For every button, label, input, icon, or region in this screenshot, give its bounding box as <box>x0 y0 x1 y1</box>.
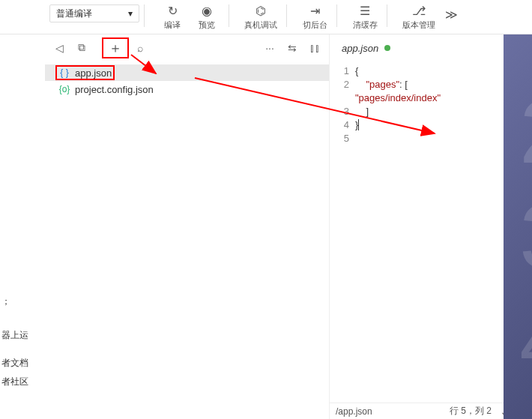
layout-columns-button[interactable]: ⫿⫿ <box>303 37 326 58</box>
file-name: project.config.json <box>75 84 154 95</box>
side-text-fragment: 器上运 <box>1 329 45 342</box>
editor-tab-bar: app.json <box>330 34 532 61</box>
top-toolbar: 普通编译 ▾ ↻ 编译 ◉ 预览 ⌬ 真机调试 ⇥ 切后台 ☰ 清缓存 <box>0 0 532 34</box>
stack-icon: ☰ <box>360 3 370 18</box>
compile-mode-label: 普通编译 <box>56 7 92 20</box>
file-explorer-toolbar: ◁ ⧉ ＋ ⌕ ··· ⇆ ⫿⫿ <box>45 34 329 61</box>
vcs-icon: ⎇ <box>412 3 426 18</box>
search-icon: ⌕ <box>137 42 143 54</box>
editor-status-bar: /app.json 行 5，列 2 JSON <box>330 403 532 419</box>
code-editor-panel: app.json 1 2 3 4 5 { "pages": ["pages/in… <box>330 34 532 419</box>
toolbar-divider <box>286 4 287 27</box>
clear-cache-button[interactable]: ☰ 清缓存 <box>348 3 382 31</box>
left-gutter-panel: ； 器上运 者文档 者社区 <box>0 34 45 419</box>
columns-icon: ⫿⫿ <box>309 42 320 54</box>
bug-icon: ⌬ <box>256 3 266 18</box>
speaker-icon-button[interactable]: ◁ <box>48 37 70 58</box>
toolbar-divider <box>144 4 145 27</box>
file-explorer-panel: ◁ ⧉ ＋ ⌕ ··· ⇆ ⫿⫿ { } app.json {o} projec… <box>45 34 330 419</box>
file-name: app.json <box>75 67 112 79</box>
compile-button[interactable]: ↻ 编译 <box>155 3 190 31</box>
split-icon: ⧉ <box>78 41 85 54</box>
more-button[interactable]: ··· <box>259 37 281 58</box>
line-number: 4 <box>330 118 349 132</box>
compile-mode-select[interactable]: 普通编译 ▾ <box>49 4 139 22</box>
line-number: 2 <box>330 78 349 91</box>
more-icon: ··· <box>265 42 274 54</box>
line-number: 3 <box>330 105 349 118</box>
line-number-gutter: 1 2 3 4 5 <box>330 61 355 403</box>
code-token: { <box>355 65 358 76</box>
external-window-sliver: 2 3 4 <box>504 34 532 419</box>
code-token: ] <box>355 106 369 117</box>
code-token-string: "pages" <box>366 79 399 90</box>
tab-filename: app.json <box>342 43 378 54</box>
compile-label: 编译 <box>164 19 181 31</box>
indent-toggle-button[interactable]: ⇆ <box>281 37 303 58</box>
side-text-fragment: ； <box>1 295 45 308</box>
status-cursor-position: 行 5，列 2 <box>450 405 492 418</box>
plus-icon: ＋ <box>109 39 122 57</box>
background-label: 切后台 <box>303 19 327 31</box>
search-files-button[interactable]: ⌕ <box>129 37 151 58</box>
editor-body[interactable]: 1 2 3 4 5 { "pages": ["pages/index/index… <box>330 61 532 403</box>
clear-cache-label: 清缓存 <box>353 19 378 31</box>
code-token <box>355 79 366 90</box>
main-area: ； 器上运 者文档 者社区 ◁ ⧉ ＋ ⌕ ··· ⇆ ⫿⫿ { } app.j… <box>0 34 532 419</box>
code-token: : [ <box>399 79 408 90</box>
add-file-button[interactable]: ＋ <box>102 37 129 58</box>
split-view-button[interactable]: ⧉ <box>70 37 93 58</box>
code-token-string: "pages/index/index" <box>355 92 441 103</box>
side-text-fragment: 者社区 <box>1 376 45 388</box>
version-control-button[interactable]: ⎇ 版本管理 <box>398 3 440 31</box>
toolbar-divider <box>229 4 229 27</box>
line-number: 1 <box>330 64 349 78</box>
indent-icon: ⇆ <box>288 42 297 54</box>
preview-button[interactable]: ◉ 预览 <box>190 3 224 31</box>
json-file-icon: { } <box>58 67 70 78</box>
config-file-icon: {o} <box>58 84 70 94</box>
toolbar-divider <box>387 4 387 27</box>
speaker-icon: ◁ <box>55 42 64 54</box>
file-tree: { } app.json {o} project.config.json <box>45 61 329 419</box>
side-text-fragment: 者文档 <box>1 357 45 370</box>
overflow-button[interactable]: ≫ <box>440 0 462 22</box>
file-tree-item[interactable]: {o} project.config.json <box>45 81 329 97</box>
status-filepath: /app.json <box>336 406 439 417</box>
toolbar-divider <box>336 4 337 27</box>
refresh-icon: ↻ <box>168 3 178 18</box>
remote-debug-label: 真机调试 <box>244 19 277 31</box>
preview-label: 预览 <box>199 19 215 31</box>
modified-indicator-icon <box>384 45 390 51</box>
remote-debug-button[interactable]: ⌬ 真机调试 <box>240 3 282 31</box>
background-button[interactable]: ⇥ 切后台 <box>297 3 332 31</box>
eye-icon: ◉ <box>202 3 212 18</box>
version-control-label: 版本管理 <box>402 19 435 31</box>
highlighted-file-annotation: { } app.json <box>55 65 115 80</box>
line-number: 5 <box>330 132 349 145</box>
overflow-icon: ≫ <box>445 7 458 22</box>
text-cursor <box>358 119 359 130</box>
dropdown-icon: ▾ <box>128 8 133 19</box>
editor-tab[interactable]: app.json <box>336 43 396 54</box>
background-icon: ⇥ <box>310 3 320 18</box>
file-tree-item[interactable]: { } app.json <box>45 64 329 81</box>
